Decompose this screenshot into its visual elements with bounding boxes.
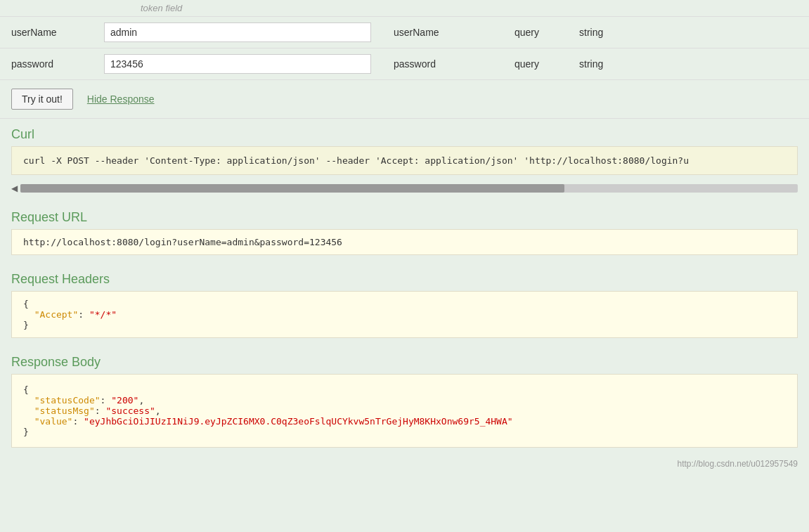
hide-response-link[interactable]: Hide Response: [87, 93, 155, 105]
response-close-brace: }: [23, 427, 786, 437]
scroll-left-arrow[interactable]: ◀: [11, 183, 18, 193]
password-label: password: [11, 58, 96, 70]
request-headers-block: { "Accept": "*/*" }: [11, 291, 798, 338]
password-datatype-col: string: [579, 58, 635, 70]
username-type-col: query: [514, 27, 571, 38]
username-input[interactable]: [104, 22, 371, 42]
username-param-row: userName userName query string: [0, 17, 809, 48]
request-url-text: http://localhost:8080/login?userName=adm…: [23, 237, 342, 247]
request-url-heading: Request URL: [0, 202, 809, 229]
username-label: userName: [11, 27, 96, 38]
status-msg-key: "statusMsg": [34, 406, 95, 416]
password-input[interactable]: [104, 54, 371, 74]
curl-heading: Curl: [0, 119, 809, 146]
try-it-row: Try it out! Hide Response: [0, 80, 809, 119]
token-hint-text: token field: [141, 3, 182, 13]
watermark-text: http://blog.csdn.net/u012957549: [678, 459, 798, 469]
response-open-brace: {: [23, 384, 786, 395]
status-code-value: "200": [111, 395, 138, 406]
request-headers-heading: Request Headers: [0, 264, 809, 291]
response-body-heading: Response Body: [0, 346, 809, 374]
response-status-msg-line: "statusMsg": "success",: [23, 406, 786, 416]
status-code-key: "statusCode": [34, 395, 101, 406]
headers-line-1: {: [23, 299, 786, 309]
curl-code-block: curl -X POST --header 'Content-Type: app…: [11, 146, 798, 175]
password-param-row: password password query string: [0, 48, 809, 80]
password-type-col: query: [514, 58, 571, 70]
value-value: "eyJhbGciOiJIUzI1NiJ9.eyJpZCI6MX0.C0qZ3e…: [84, 416, 512, 427]
response-status-code-line: "statusCode": "200",: [23, 395, 786, 406]
scrollbar-track[interactable]: [20, 184, 798, 193]
headers-line-2: "Accept": "*/*": [23, 309, 786, 320]
password-name-col: password: [394, 58, 506, 70]
curl-code: curl -X POST --header 'Content-Type: app…: [23, 155, 689, 166]
username-datatype-col: string: [579, 27, 635, 38]
page-container: token field userName userName query stri…: [0, 0, 809, 532]
response-body-block: { "statusCode": "200", "statusMsg": "suc…: [11, 374, 798, 448]
request-url-block: http://localhost:8080/login?userName=adm…: [11, 229, 798, 255]
username-name-col: userName: [394, 27, 506, 38]
watermark: http://blog.csdn.net/u012957549: [0, 456, 809, 472]
scroll-area: ◀: [0, 183, 809, 193]
scrollbar-thumb[interactable]: [20, 184, 564, 193]
headers-line-3: }: [23, 320, 786, 330]
token-field-hint: token field: [0, 0, 809, 17]
status-msg-value: "success": [105, 406, 155, 416]
value-key: "value": [34, 416, 73, 427]
response-value-line: "value": "eyJhbGciOiJIUzI1NiJ9.eyJpZCI6M…: [23, 416, 786, 427]
try-it-button[interactable]: Try it out!: [11, 89, 73, 110]
